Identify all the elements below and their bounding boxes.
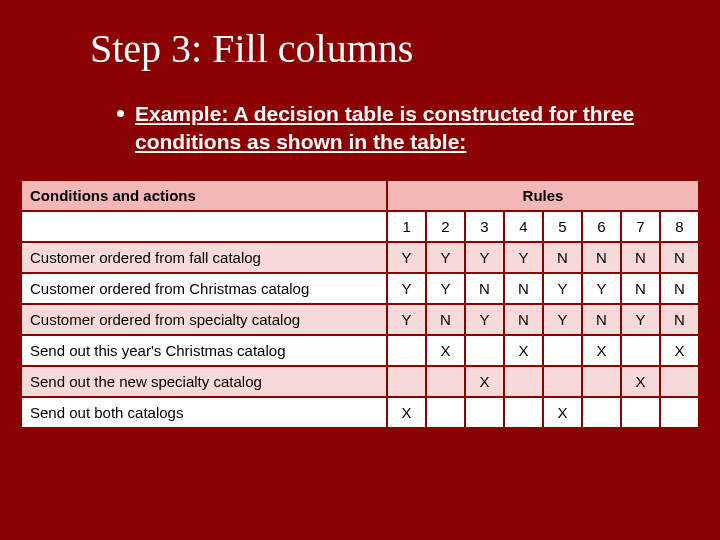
rule-cell: Y (426, 242, 465, 273)
rule-cell: N (426, 304, 465, 335)
slide: Step 3: Fill columns Example: A decision… (0, 0, 720, 540)
rule-cell: X (504, 335, 543, 366)
rule-cell: N (660, 242, 699, 273)
row-label: Send out the new specialty catalog (21, 366, 387, 397)
rule-cell: N (621, 242, 660, 273)
rule-cell: N (582, 304, 621, 335)
row-label: Customer ordered from Christmas catalog (21, 273, 387, 304)
rule-cell: Y (465, 304, 504, 335)
table-row: Send out this year's Christmas catalogXX… (21, 335, 699, 366)
rule-cell: Y (621, 304, 660, 335)
rule-cell (660, 366, 699, 397)
rule-cell: Y (387, 242, 426, 273)
rule-cell (582, 397, 621, 428)
table-row: Customer ordered from fall catalogYYYYNN… (21, 242, 699, 273)
row-label: Send out both catalogs (21, 397, 387, 428)
rule-cell (426, 366, 465, 397)
slide-title: Step 3: Fill columns (90, 25, 700, 72)
rule-cell: X (660, 335, 699, 366)
rule-number: 3 (465, 211, 504, 242)
rule-cell: N (543, 242, 582, 273)
rule-cell (621, 335, 660, 366)
rule-cell (504, 366, 543, 397)
rule-number: 2 (426, 211, 465, 242)
rule-cell (660, 397, 699, 428)
rule-cell: N (465, 273, 504, 304)
rule-cell: N (621, 273, 660, 304)
header-conditions-actions: Conditions and actions (21, 180, 387, 211)
rule-cell: Y (504, 242, 543, 273)
rule-number-blank (21, 211, 387, 242)
rule-cell: X (582, 335, 621, 366)
rule-cell: X (387, 397, 426, 428)
subtitle-text: Example: A decision table is constructed… (135, 102, 634, 153)
decision-table: Conditions and actions Rules 1 2 3 4 5 6… (20, 179, 700, 429)
rule-cell (387, 335, 426, 366)
rule-number: 6 (582, 211, 621, 242)
table-row: Customer ordered from specialty catalogY… (21, 304, 699, 335)
rule-cell (543, 366, 582, 397)
row-label: Customer ordered from fall catalog (21, 242, 387, 273)
table-body: 1 2 3 4 5 6 7 8 Customer ordered from fa… (21, 211, 699, 428)
table-row: Send out the new specialty catalogXX (21, 366, 699, 397)
header-rules: Rules (387, 180, 699, 211)
rule-number: 1 (387, 211, 426, 242)
rule-cell: X (465, 366, 504, 397)
rule-cell: Y (582, 273, 621, 304)
rule-number: 7 (621, 211, 660, 242)
row-label: Send out this year's Christmas catalog (21, 335, 387, 366)
rule-cell (504, 397, 543, 428)
rule-cell: Y (387, 304, 426, 335)
rule-cell: X (543, 397, 582, 428)
bullet-icon (117, 110, 124, 117)
rule-cell: N (504, 273, 543, 304)
rule-cell: N (660, 304, 699, 335)
rule-cell: N (660, 273, 699, 304)
rule-cell (582, 366, 621, 397)
rule-cell: Y (543, 304, 582, 335)
slide-subtitle: Example: A decision table is constructed… (135, 100, 650, 157)
rule-cell: Y (387, 273, 426, 304)
rule-cell: N (504, 304, 543, 335)
table-header-row-1: Conditions and actions Rules (21, 180, 699, 211)
row-label: Customer ordered from specialty catalog (21, 304, 387, 335)
rule-cell: Y (426, 273, 465, 304)
rule-cell: N (582, 242, 621, 273)
rule-number: 8 (660, 211, 699, 242)
rule-cell: X (426, 335, 465, 366)
rule-cell (387, 366, 426, 397)
rule-number: 5 (543, 211, 582, 242)
rule-number: 4 (504, 211, 543, 242)
table-row: Send out both catalogsXX (21, 397, 699, 428)
table-row: Customer ordered from Christmas catalogY… (21, 273, 699, 304)
rule-cell: Y (465, 242, 504, 273)
rule-cell: X (621, 366, 660, 397)
rule-number-row: 1 2 3 4 5 6 7 8 (21, 211, 699, 242)
rule-cell (543, 335, 582, 366)
rule-cell (465, 335, 504, 366)
rule-cell (465, 397, 504, 428)
rule-cell: Y (543, 273, 582, 304)
rule-cell (621, 397, 660, 428)
rule-cell (426, 397, 465, 428)
